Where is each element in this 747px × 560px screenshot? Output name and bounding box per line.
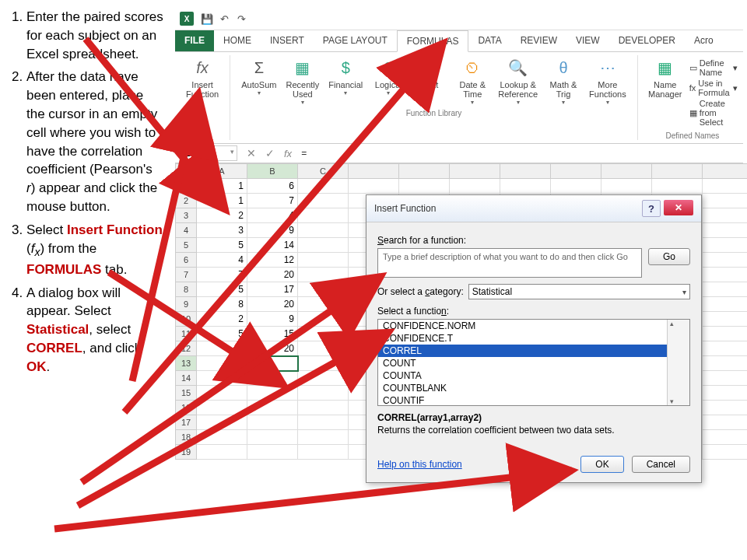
lookup-button[interactable]: 🔍Lookup & Reference▾	[493, 55, 542, 107]
ok-button[interactable]: OK	[580, 456, 623, 473]
tab-developer[interactable]: DEVELOPER	[609, 30, 685, 51]
dialog-close-icon[interactable]: ✕	[664, 200, 693, 215]
cancel-button[interactable]: Cancel	[632, 456, 690, 473]
instruction-panel: Enter the paired scores for each subject…	[8, 8, 163, 381]
quick-access-toolbar: X 💾 ↶ ↷	[175, 8, 743, 30]
scrollbar[interactable]	[667, 320, 689, 405]
function-option[interactable]: COUNTBLANK	[378, 382, 689, 394]
function-option[interactable]: CORREL	[378, 345, 689, 357]
defined-names-label: Defined Names	[665, 131, 719, 140]
ribbon: fxInsert Function ΣAutoSum▾▦Recently Use…	[175, 52, 743, 144]
name-manager-button[interactable]: ▦Name Manager	[644, 55, 686, 130]
tab-formulas[interactable]: FORMULAS	[397, 30, 469, 52]
function-library-label: Function Library	[406, 109, 462, 117]
insert-function-dialog: Insert Function ? ✕ SSearch for a functi…	[366, 194, 702, 483]
step-1: Enter the paired scores for each subject…	[26, 8, 163, 63]
step-4: A dialog box will appear. Select Statist…	[26, 284, 163, 376]
logical-button[interactable]: ?Logical▾	[367, 55, 409, 107]
function-signature: CORREL(array1,array2)	[377, 412, 690, 423]
tab-acrobat[interactable]: Acro	[685, 30, 723, 51]
tab-data[interactable]: DATA	[468, 30, 510, 51]
help-link[interactable]: Help on this function	[377, 459, 462, 470]
go-button[interactable]: Go	[648, 248, 690, 265]
category-select[interactable]: Statistical	[468, 284, 690, 299]
tab-home[interactable]: HOME	[214, 30, 261, 51]
recent-button[interactable]: ▦Recently Used▾	[281, 55, 324, 107]
tab-page-layout[interactable]: PAGE LAYOUT	[314, 30, 397, 51]
function-option[interactable]: CONFIDENCE.NORM	[378, 320, 689, 332]
datetime-button[interactable]: ⏲Date & Time▾	[451, 55, 493, 107]
function-option[interactable]: COUNTA	[378, 369, 689, 382]
save-icon[interactable]: 💾	[201, 12, 213, 25]
search-label: SSearch for a function:earch for a funct…	[377, 235, 690, 246]
dialog-help-icon[interactable]: ?	[642, 200, 661, 217]
function-option[interactable]: COUNTIF	[378, 394, 689, 406]
undo-icon[interactable]: ↶	[218, 12, 230, 25]
cancel-formula-icon[interactable]: ✕	[242, 147, 261, 159]
define-name-button[interactable]: ▭ Define Name ▾	[689, 58, 738, 77]
name-box[interactable]: B13	[180, 145, 237, 161]
use-in-formula-button[interactable]: fx Use in Formula ▾	[689, 79, 738, 97]
tab-view[interactable]: VIEW	[566, 30, 609, 51]
select-function-label: Select a function:	[377, 306, 690, 317]
step-3: Select Insert Function (fx) from the FOR…	[26, 221, 163, 279]
redo-icon[interactable]: ↷	[235, 12, 247, 25]
dialog-title: Insert Function	[374, 203, 436, 214]
fx-icon[interactable]: fx	[279, 148, 296, 159]
function-list[interactable]: CONFIDENCE.NORMCONFIDENCE.TCORRELCOUNTCO…	[377, 319, 690, 406]
formula-bar: B13 ✕ ✓ fx =	[175, 144, 743, 163]
math-button[interactable]: θMath & Trig▾	[542, 55, 584, 107]
autosum-button[interactable]: ΣAutoSum▾	[237, 55, 281, 107]
tab-review[interactable]: REVIEW	[511, 30, 566, 51]
formula-input[interactable]: =	[296, 146, 743, 160]
ribbon-tabs: FILE HOME INSERT PAGE LAYOUT FORMULAS DA…	[175, 30, 743, 52]
insert-function-button[interactable]: fxInsert Function	[181, 55, 223, 100]
more-button[interactable]: ⋯More Functions▾	[584, 55, 631, 107]
excel-icon: X	[180, 12, 194, 26]
text-button[interactable]: AText▾	[409, 55, 451, 107]
financial-button[interactable]: $Financial▾	[324, 55, 367, 107]
category-label: Or select a category:	[377, 286, 464, 297]
function-option[interactable]: COUNT	[378, 357, 689, 369]
function-description: Returns the correlation coefficient betw…	[377, 425, 690, 436]
tab-file[interactable]: FILE	[175, 30, 214, 51]
tab-insert[interactable]: INSERT	[261, 30, 314, 51]
function-option[interactable]: CONFIDENCE.T	[378, 332, 689, 345]
search-input[interactable]: Type a brief description of what you wan…	[377, 248, 642, 278]
create-from-selection-button[interactable]: ▦ Create from Select	[689, 99, 738, 127]
enter-formula-icon[interactable]: ✓	[261, 147, 279, 159]
step-2: After the data have been entered, place …	[26, 68, 163, 215]
